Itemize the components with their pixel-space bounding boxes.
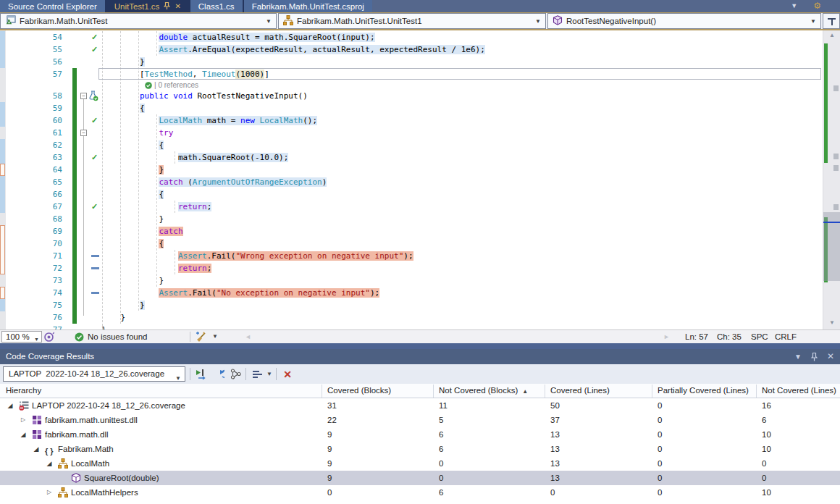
code-cleanup-chevron-icon[interactable]: ▼ xyxy=(212,330,218,343)
scroll-left-icon[interactable]: ◄ xyxy=(245,330,251,343)
covered-margin-mark xyxy=(0,139,5,151)
tab-unittest1-cs[interactable]: UnitTest1.cs✕ xyxy=(106,0,189,12)
expander-closed-icon[interactable]: ▷ xyxy=(19,413,28,427)
coverage-row-fabrikam-math-unittest-dll[interactable]: ▷fabrikam.math.unittest.dll2253706 xyxy=(0,413,840,427)
column-header-not-covered-lines[interactable]: Not Covered (Lines) xyxy=(762,384,836,398)
test-method-icon[interactable] xyxy=(88,91,98,103)
scroll-down-icon[interactable]: ▼ xyxy=(823,319,840,326)
zoom-value: 100 % xyxy=(6,332,30,341)
window-position-chevron-icon[interactable]: ▼ xyxy=(794,349,802,364)
code-text: LocalMath math = new LocalMath(); xyxy=(101,114,317,127)
column-header-covered-blocks[interactable]: Covered (Blocks) xyxy=(327,384,391,398)
scrollbar-mark xyxy=(833,204,839,210)
pin-icon[interactable] xyxy=(811,353,818,361)
tab-label: Class1.cs xyxy=(198,2,235,11)
coverage-row-localmath[interactable]: ◢LocalMath901300 xyxy=(0,456,840,471)
value-cell: 0 xyxy=(439,456,443,471)
tab-class1-cs[interactable]: Class1.cs xyxy=(190,0,243,12)
split-window-button[interactable] xyxy=(823,13,840,29)
line-number: 65 xyxy=(32,176,62,188)
codelens-references[interactable]: | 0 references xyxy=(154,80,198,90)
uncovered-margin-mark xyxy=(0,238,5,250)
line-number: 68 xyxy=(32,213,62,225)
coverage-row-laptop-2022-10-24-18-12-26-coverage[interactable]: ◢LAPTOP 2022-10-24 18_12_26.coverage3111… xyxy=(0,398,840,413)
toolbar-separator xyxy=(245,368,246,380)
navbar-dropdown-roottestnegativeinput[interactable]: RootTestNegativeInput()▼ xyxy=(547,13,821,29)
change-bar xyxy=(72,274,77,287)
code-text: Assert.Fail("Wrong exception on negative… xyxy=(101,250,413,262)
line-number: 71 xyxy=(32,250,62,262)
code-line-71: 71 Assert.Fail("Wrong exception on negat… xyxy=(0,250,823,262)
coverage-file-icon xyxy=(19,400,29,411)
row-label: Fabrikam.Math xyxy=(58,442,114,456)
tab-list-chevron-icon[interactable]: ▼ xyxy=(791,2,797,9)
expander-open-icon[interactable]: ◢ xyxy=(45,456,54,471)
coverage-table-header: HierarchyCovered (Blocks)Not Covered (Bl… xyxy=(0,384,840,398)
collapse-minus-box[interactable]: − xyxy=(80,130,87,136)
code-text: catch (ArgumentOutOfRangeException) xyxy=(101,176,327,188)
status-separator xyxy=(190,332,190,342)
code-line-65: 65 catch (ArgumentOutOfRangeException) xyxy=(0,176,823,188)
gear-icon[interactable]: ⚙ xyxy=(813,1,821,10)
export-results-icon[interactable] xyxy=(212,368,225,380)
code-text: { xyxy=(101,238,164,250)
window-splitter[interactable] xyxy=(0,343,840,349)
row-label: fabrikam.math.unittest.dll xyxy=(45,413,138,427)
line-ending-indicator[interactable]: CRLF xyxy=(775,330,797,343)
line-number: 57 xyxy=(32,68,62,80)
coverage-row-fabrikam-math-dll[interactable]: ◢fabrikam.math.dll9613010 xyxy=(0,427,840,442)
expander-open-icon[interactable]: ◢ xyxy=(32,442,41,456)
code-text: return; xyxy=(101,262,211,274)
spaces-indicator[interactable]: SPC xyxy=(751,330,768,343)
line-number: 73 xyxy=(32,274,62,287)
pin-icon[interactable] xyxy=(164,2,170,10)
column-separator xyxy=(756,385,757,398)
column-header-hierarchy[interactable]: Hierarchy xyxy=(6,384,41,398)
value-cell: 13 xyxy=(550,456,560,471)
line-number: 55 xyxy=(32,43,62,56)
uncovered-margin-mark xyxy=(0,287,5,299)
configure-columns-icon[interactable] xyxy=(251,368,264,380)
expander-open-icon[interactable]: ◢ xyxy=(6,398,14,413)
change-bar xyxy=(72,262,77,274)
coverage-panel-title-bar[interactable]: Code Coverage Results ▼ ✕ xyxy=(0,349,840,364)
collapse-minus-box[interactable]: − xyxy=(80,93,87,99)
code-line-74: 74 Assert.Fail("No exception on negative… xyxy=(0,287,823,299)
code-text: math.SquareRoot(-10.0); xyxy=(101,151,288,164)
code-line-56: 56 } xyxy=(0,56,823,68)
expander-open-icon[interactable]: ◢ xyxy=(19,427,28,442)
line-number: 75 xyxy=(32,299,62,311)
column-header-covered-lines[interactable]: Covered (Lines) xyxy=(550,384,610,398)
code-line-63: 63✓ math.SquareRoot(-10.0); xyxy=(0,151,823,164)
line-number: 62 xyxy=(32,139,62,151)
column-header-partially-covered-lines[interactable]: Partially Covered (Lines) xyxy=(658,384,749,398)
code-editor[interactable]: 54✓ double actualResult = math.SquareRoo… xyxy=(0,30,840,329)
coverage-row-localmathhelpers[interactable]: ▷LocalMathHelpers060010 xyxy=(0,485,840,500)
import-results-icon[interactable] xyxy=(195,368,208,380)
navbar-dropdown-fabrikam-math-unittest[interactable]: Fabrikam.Math.UnitTest▼ xyxy=(0,13,277,29)
configure-columns-chevron-icon[interactable]: ▼ xyxy=(265,368,274,380)
coverage-file-select[interactable]: LAPTOP 2022-10-24 18_12_26.coverage▼ xyxy=(3,366,185,382)
code-text: catch xyxy=(101,225,183,238)
value-cell: 6 xyxy=(439,427,443,442)
scroll-right-icon[interactable]: ► xyxy=(663,330,670,343)
scroll-up-icon[interactable]: ▲ xyxy=(823,32,840,38)
close-icon[interactable]: ✕ xyxy=(175,3,180,10)
code-line-60: 60✓ LocalMath math = new LocalMath(); xyxy=(0,114,823,127)
tab-fabrikam-math-unittest-csproj[interactable]: Fabrikam.Math.UnitTest.csproj xyxy=(244,0,372,12)
tab-source-control-explorer[interactable]: Source Control Explorer xyxy=(0,0,105,12)
merge-results-icon[interactable] xyxy=(229,368,242,380)
coverage-row-squareroot-double[interactable]: SquareRoot(double)901300 xyxy=(0,471,840,485)
close-icon[interactable]: ✕ xyxy=(827,349,834,364)
covered-margin-mark xyxy=(0,299,5,311)
editor-scrollbar[interactable]: ▲ ▼ xyxy=(823,30,840,329)
navbar-dropdown-fabrikam-math-unittest-unittest1[interactable]: Fabrikam.Math.UnitTest.UnitTest1▼ xyxy=(278,13,546,29)
column-header-not-covered-blocks[interactable]: Not Covered (Blocks)▲ xyxy=(439,384,528,398)
change-bar xyxy=(72,102,77,114)
coverage-row-fabrikam-math[interactable]: ◢{ }Fabrikam.Math9613010 xyxy=(0,442,840,456)
change-bar xyxy=(72,250,77,262)
expander-closed-icon[interactable]: ▷ xyxy=(45,485,54,500)
zoom-select[interactable]: 100 %▼ xyxy=(1,331,42,343)
scrollbar-caret-mark xyxy=(823,222,840,223)
remove-coverage-icon[interactable]: ✕ xyxy=(281,368,294,380)
